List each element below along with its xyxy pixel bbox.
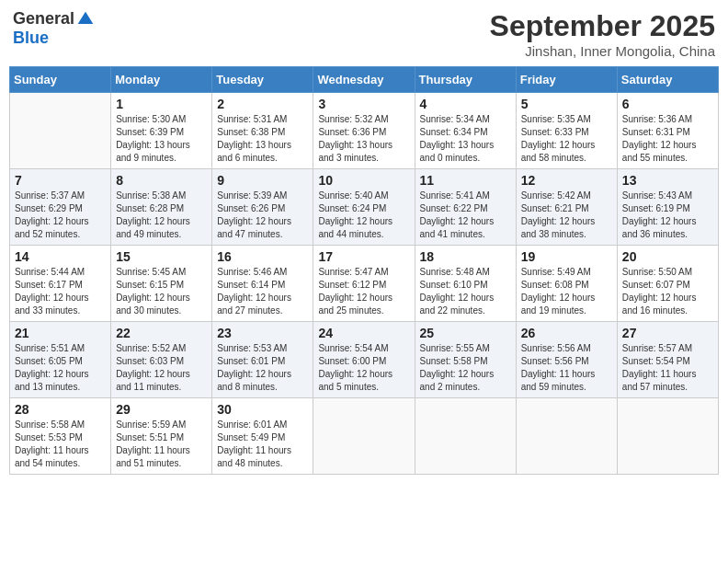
day-info: Sunrise: 5:32 AM Sunset: 6:36 PM Dayligh… <box>318 113 409 165</box>
calendar-cell: 15Sunrise: 5:45 AM Sunset: 6:15 PM Dayli… <box>111 246 212 322</box>
calendar-cell: 12Sunrise: 5:42 AM Sunset: 6:21 PM Dayli… <box>516 169 617 246</box>
day-number: 18 <box>420 249 511 264</box>
weekday-header-saturday: Saturday <box>617 67 718 93</box>
day-info: Sunrise: 5:35 AM Sunset: 6:33 PM Dayligh… <box>521 113 612 165</box>
calendar-cell: 17Sunrise: 5:47 AM Sunset: 6:12 PM Dayli… <box>313 246 415 322</box>
svg-marker-0 <box>78 11 94 23</box>
day-info: Sunrise: 5:44 AM Sunset: 6:17 PM Dayligh… <box>15 266 106 317</box>
day-number: 6 <box>622 97 713 111</box>
day-number: 16 <box>217 249 308 264</box>
weekday-header-row: SundayMondayTuesdayWednesdayThursdayFrid… <box>10 67 719 93</box>
calendar-cell: 25Sunrise: 5:55 AM Sunset: 5:58 PM Dayli… <box>415 322 516 398</box>
calendar-cell: 7Sunrise: 5:37 AM Sunset: 6:29 PM Daylig… <box>10 169 111 246</box>
day-info: Sunrise: 5:41 AM Sunset: 6:22 PM Dayligh… <box>420 190 511 241</box>
calendar-week-row: 7Sunrise: 5:37 AM Sunset: 6:29 PM Daylig… <box>10 169 719 246</box>
day-info: Sunrise: 5:46 AM Sunset: 6:14 PM Dayligh… <box>217 266 308 317</box>
day-info: Sunrise: 5:47 AM Sunset: 6:12 PM Dayligh… <box>318 266 409 317</box>
calendar-cell: 2Sunrise: 5:31 AM Sunset: 6:38 PM Daylig… <box>212 93 313 169</box>
day-number: 2 <box>217 97 308 111</box>
day-number: 13 <box>622 173 713 188</box>
calendar-week-row: 1Sunrise: 5:30 AM Sunset: 6:39 PM Daylig… <box>10 93 719 169</box>
day-info: Sunrise: 5:40 AM Sunset: 6:24 PM Dayligh… <box>318 190 409 241</box>
day-info: Sunrise: 5:30 AM Sunset: 6:39 PM Dayligh… <box>116 113 207 165</box>
calendar-week-row: 14Sunrise: 5:44 AM Sunset: 6:17 PM Dayli… <box>10 246 719 322</box>
calendar-cell: 16Sunrise: 5:46 AM Sunset: 6:14 PM Dayli… <box>212 246 313 322</box>
day-number: 1 <box>116 97 207 111</box>
day-number: 25 <box>420 326 511 340</box>
weekday-header-monday: Monday <box>111 67 212 93</box>
calendar-cell: 18Sunrise: 5:48 AM Sunset: 6:10 PM Dayli… <box>415 246 516 322</box>
calendar-cell: 28Sunrise: 5:58 AM Sunset: 5:53 PM Dayli… <box>10 398 111 475</box>
calendar-cell: 13Sunrise: 5:43 AM Sunset: 6:19 PM Dayli… <box>617 169 718 246</box>
day-info: Sunrise: 5:31 AM Sunset: 6:38 PM Dayligh… <box>217 113 308 165</box>
day-info: Sunrise: 5:52 AM Sunset: 6:03 PM Dayligh… <box>116 342 207 394</box>
day-number: 5 <box>521 97 612 111</box>
day-number: 20 <box>622 249 713 264</box>
calendar-cell <box>516 398 617 475</box>
calendar-cell: 5Sunrise: 5:35 AM Sunset: 6:33 PM Daylig… <box>516 93 617 169</box>
day-number: 24 <box>318 326 409 340</box>
day-info: Sunrise: 5:36 AM Sunset: 6:31 PM Dayligh… <box>622 113 713 165</box>
day-number: 8 <box>116 173 207 188</box>
calendar-cell <box>313 398 415 475</box>
day-info: Sunrise: 5:58 AM Sunset: 5:53 PM Dayligh… <box>15 419 106 470</box>
title-section: September 2025 Jinshan, Inner Mongolia, … <box>490 9 715 59</box>
day-number: 9 <box>217 173 308 188</box>
day-info: Sunrise: 5:54 AM Sunset: 6:00 PM Dayligh… <box>318 342 409 394</box>
calendar-cell: 6Sunrise: 5:36 AM Sunset: 6:31 PM Daylig… <box>617 93 718 169</box>
day-info: Sunrise: 5:53 AM Sunset: 6:01 PM Dayligh… <box>217 342 308 394</box>
calendar-cell: 3Sunrise: 5:32 AM Sunset: 6:36 PM Daylig… <box>313 93 415 169</box>
calendar-week-row: 21Sunrise: 5:51 AM Sunset: 6:05 PM Dayli… <box>10 322 719 398</box>
day-info: Sunrise: 5:48 AM Sunset: 6:10 PM Dayligh… <box>420 266 511 317</box>
calendar-cell: 19Sunrise: 5:49 AM Sunset: 6:08 PM Dayli… <box>516 246 617 322</box>
calendar-cell: 20Sunrise: 5:50 AM Sunset: 6:07 PM Dayli… <box>617 246 718 322</box>
day-info: Sunrise: 6:01 AM Sunset: 5:49 PM Dayligh… <box>217 419 308 470</box>
calendar-week-row: 28Sunrise: 5:58 AM Sunset: 5:53 PM Dayli… <box>10 398 719 475</box>
day-number: 17 <box>318 249 409 264</box>
day-info: Sunrise: 5:49 AM Sunset: 6:08 PM Dayligh… <box>521 266 612 317</box>
logo: General Blue <box>13 9 95 48</box>
calendar-cell: 26Sunrise: 5:56 AM Sunset: 5:56 PM Dayli… <box>516 322 617 398</box>
calendar-cell: 1Sunrise: 5:30 AM Sunset: 6:39 PM Daylig… <box>111 93 212 169</box>
day-number: 10 <box>318 173 409 188</box>
calendar-cell <box>415 398 516 475</box>
day-info: Sunrise: 5:56 AM Sunset: 5:56 PM Dayligh… <box>521 342 612 394</box>
calendar-cell <box>10 93 111 169</box>
calendar-cell: 27Sunrise: 5:57 AM Sunset: 5:54 PM Dayli… <box>617 322 718 398</box>
calendar-cell: 23Sunrise: 5:53 AM Sunset: 6:01 PM Dayli… <box>212 322 313 398</box>
day-info: Sunrise: 5:51 AM Sunset: 6:05 PM Dayligh… <box>15 342 106 394</box>
weekday-header-wednesday: Wednesday <box>313 67 415 93</box>
day-number: 7 <box>15 173 106 188</box>
month-title: September 2025 <box>490 9 715 43</box>
calendar-cell: 21Sunrise: 5:51 AM Sunset: 6:05 PM Dayli… <box>10 322 111 398</box>
day-info: Sunrise: 5:38 AM Sunset: 6:28 PM Dayligh… <box>116 190 207 241</box>
day-info: Sunrise: 5:50 AM Sunset: 6:07 PM Dayligh… <box>622 266 713 317</box>
day-info: Sunrise: 5:57 AM Sunset: 5:54 PM Dayligh… <box>622 342 713 394</box>
day-number: 28 <box>15 402 106 417</box>
calendar-cell: 22Sunrise: 5:52 AM Sunset: 6:03 PM Dayli… <box>111 322 212 398</box>
day-info: Sunrise: 5:42 AM Sunset: 6:21 PM Dayligh… <box>521 190 612 241</box>
day-number: 26 <box>521 326 612 340</box>
calendar-cell: 8Sunrise: 5:38 AM Sunset: 6:28 PM Daylig… <box>111 169 212 246</box>
location-subtitle: Jinshan, Inner Mongolia, China <box>490 43 715 59</box>
calendar-cell <box>617 398 718 475</box>
weekday-header-tuesday: Tuesday <box>212 67 313 93</box>
day-info: Sunrise: 5:37 AM Sunset: 6:29 PM Dayligh… <box>15 190 106 241</box>
calendar-cell: 10Sunrise: 5:40 AM Sunset: 6:24 PM Dayli… <box>313 169 415 246</box>
calendar-cell: 30Sunrise: 6:01 AM Sunset: 5:49 PM Dayli… <box>212 398 313 475</box>
day-info: Sunrise: 5:34 AM Sunset: 6:34 PM Dayligh… <box>420 113 511 165</box>
calendar-cell: 4Sunrise: 5:34 AM Sunset: 6:34 PM Daylig… <box>415 93 516 169</box>
day-number: 21 <box>15 326 106 340</box>
day-info: Sunrise: 5:43 AM Sunset: 6:19 PM Dayligh… <box>622 190 713 241</box>
day-number: 27 <box>622 326 713 340</box>
logo-icon <box>76 10 95 29</box>
weekday-header-thursday: Thursday <box>415 67 516 93</box>
day-number: 14 <box>15 249 106 264</box>
day-number: 12 <box>521 173 612 188</box>
weekday-header-friday: Friday <box>516 67 617 93</box>
day-number: 29 <box>116 402 207 417</box>
calendar-table: SundayMondayTuesdayWednesdayThursdayFrid… <box>9 66 719 475</box>
weekday-header-sunday: Sunday <box>10 67 111 93</box>
day-number: 4 <box>420 97 511 111</box>
calendar-cell: 9Sunrise: 5:39 AM Sunset: 6:26 PM Daylig… <box>212 169 313 246</box>
